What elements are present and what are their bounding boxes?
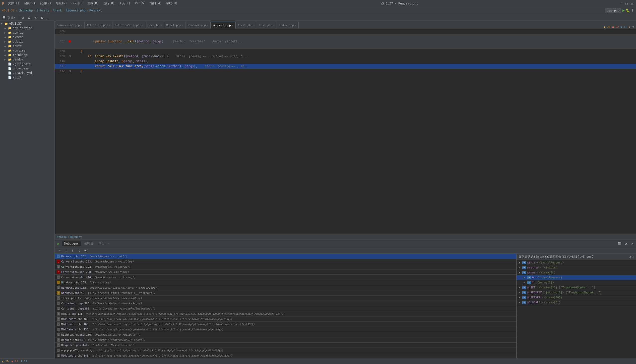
tree-route[interactable]: ▶ 📁 route [0, 44, 55, 48]
tab-attribute[interactable]: Attribute.php × [85, 22, 113, 28]
tab-relationship[interactable]: RelationShip.php × [113, 22, 146, 28]
var-globals[interactable]: ▶ ≡ $GLOBALS = {array[8]} [517, 300, 636, 305]
nav-file[interactable]: Request.php [66, 9, 85, 12]
nav-thinkphp[interactable]: thinkphp [19, 9, 33, 12]
tree-travis[interactable]: 📄 .travis.yml [0, 71, 55, 75]
tree-gitignore[interactable]: 📄 .gitignore [0, 62, 55, 66]
minimize-button[interactable]: — [619, 2, 623, 6]
tab-index[interactable]: Index.php × [277, 22, 298, 28]
output-tab-close[interactable]: × [107, 242, 109, 245]
tab-model-close[interactable]: × [182, 24, 184, 26]
stack-item-9[interactable]: □ Container.php:395, ReflectionMethod->i… [55, 301, 516, 306]
tree-thinkphp[interactable]: ▶ 📁 thinkphp [0, 53, 55, 57]
breadcrumb-request[interactable]: Request [70, 235, 82, 238]
menu-edit[interactable]: 编辑(E) [22, 1, 37, 6]
tab-conversion-close[interactable]: × [81, 24, 82, 26]
tab-pivot[interactable]: Pivot.php × [236, 22, 257, 28]
var-method[interactable]: ▶ ≡ $method = "visible" [517, 265, 636, 270]
sort-icon[interactable]: ⇅ [33, 15, 39, 21]
menu-window[interactable]: 窗口(W) [148, 1, 164, 6]
tree-atxt[interactable]: 📄 a.txt [0, 75, 55, 80]
var-server[interactable]: ▶ ≡ $_SERVER = {array[40]} [517, 295, 636, 300]
nav-version[interactable]: v5.1.37 [2, 9, 15, 12]
step-over-button[interactable]: ↷ [57, 248, 62, 253]
tab-windows-close[interactable]: × [207, 24, 208, 26]
stack-item-1[interactable]: □ Conversion.php:193, think\Request->vis… [55, 259, 516, 264]
stack-item-2[interactable]: □ Conversion.php:193, think\Model->toArr… [55, 264, 516, 270]
tab-attribute-close[interactable]: × [109, 24, 111, 26]
menu-tools[interactable]: 工具(T) [117, 1, 133, 6]
stack-item-16[interactable]: □ Module.php:136, think\route\dispatch\M… [55, 338, 516, 342]
bottom-tab-debugger[interactable]: Debugger [62, 241, 81, 246]
var-expand-icon[interactable]: ↕ [632, 255, 634, 259]
var-this[interactable]: ▼ ≡ $this = {think\Request} [517, 260, 636, 265]
more-actions-icon[interactable]: ⋮ [631, 9, 634, 12]
var-args-1[interactable]: ▶ ≡ 1 = {array[1]} [517, 280, 636, 285]
tab-windows[interactable]: Windows.php × [186, 22, 211, 28]
stack-item-0[interactable]: □ Request.php:331, think\Request->__call… [55, 254, 516, 259]
stack-item-4[interactable]: □ Conversion.php:244, think\Model->__toS… [55, 275, 516, 280]
close-button[interactable]: ✕ [630, 2, 634, 6]
align-icon[interactable]: ≡ [26, 15, 32, 21]
debug-icon[interactable]: 🐛 [626, 8, 630, 12]
tab-pivot-close[interactable]: × [253, 24, 255, 26]
menu-vcs[interactable]: VCS(S) [133, 1, 148, 6]
tab-poc-close[interactable]: × [160, 24, 162, 26]
tree-config[interactable]: ▶ 📁 config [0, 30, 55, 35]
stack-item-14[interactable]: □ Middleware.php:130, call_user_func:{D:… [55, 327, 516, 332]
evaluate-button[interactable]: ⊞ [83, 248, 88, 253]
var-args[interactable]: ▼ ≡ $args = {array[2]} [517, 270, 636, 275]
tab-model[interactable]: Model.php × [164, 22, 186, 28]
step-out-button[interactable]: ↑ [70, 248, 75, 253]
tab-relationship-close[interactable]: × [142, 24, 144, 26]
collapse-icon[interactable]: — [46, 15, 52, 21]
tab-test-close[interactable]: × [273, 24, 275, 26]
menu-code[interactable]: 代码(C) [70, 1, 85, 6]
menu-help[interactable]: 帮助(H) [164, 1, 180, 6]
menu-file[interactable]: 文件(F) [6, 1, 22, 6]
stack-item-7[interactable]: □ Windows.php:59, think\process\pipes\Wi… [55, 290, 516, 296]
bottom-tab-console[interactable]: 控制台 [82, 241, 96, 246]
debug-settings-icon[interactable]: ⚙ [623, 241, 628, 246]
settings-icon[interactable]: ⚙ [20, 15, 26, 21]
project-view-button[interactable]: ☰ [1, 15, 7, 21]
breadcrumb-think[interactable]: \think [57, 235, 67, 238]
stack-item-19[interactable]: □ Middleware.php:185, call_user_func_arr… [55, 353, 516, 358]
scroll-up-icon[interactable]: ▲ [629, 26, 630, 28]
stack-item-15[interactable]: □ Middleware.php:136, think\Middleware->… [55, 332, 516, 338]
debug-close-icon[interactable]: × [629, 241, 635, 246]
stack-item-3[interactable]: □ Conversion.php:228, think\Model->toJso… [55, 270, 516, 275]
debug-list-icon[interactable]: ☰ [616, 241, 622, 246]
run-to-cursor-button[interactable]: ⤵ [76, 248, 82, 253]
stack-item-17[interactable]: □ Dispatch.php:168, think\route\Dispatch… [55, 342, 516, 348]
nav-think[interactable]: think [53, 9, 62, 12]
scroll-down-icon[interactable]: ▼ [632, 26, 634, 28]
debug-run-button[interactable]: ▶ [56, 241, 61, 246]
tree-application[interactable]: ▶ 📁 application [0, 26, 55, 30]
tree-runtime[interactable]: ▶ 📁 runtime [0, 48, 55, 53]
code-editor[interactable]: 326 327 ⭢public function __call($method,… [55, 29, 636, 234]
menu-refactor[interactable]: 重构(R) [85, 1, 101, 6]
menu-view[interactable]: 视图(V) [38, 1, 53, 6]
nav-symbol[interactable]: Request [89, 9, 102, 12]
tree-vendor[interactable]: ▶ 📁 vendor [0, 57, 55, 62]
stack-item-8[interactable]: □ Index.php:15, app\index\controller\Ind… [55, 296, 516, 301]
tree-root[interactable]: ▼ 📁 v5.1.37 [0, 22, 55, 26]
stack-item-12[interactable]: □ Middleware.php:185, call_user_func_arr… [55, 316, 516, 322]
tree-htaccess[interactable]: 📄 .htaccess [0, 66, 55, 71]
tree-public[interactable]: ▶ 📁 public [0, 39, 55, 44]
tab-request[interactable]: Request.php × [211, 22, 236, 28]
filter-icon[interactable]: ⚙ [39, 15, 45, 21]
step-into-button[interactable]: ↓ [63, 248, 69, 253]
tab-index-close[interactable]: × [295, 24, 296, 26]
run-icon[interactable]: ▶ [622, 8, 625, 13]
menu-run[interactable]: 运行(U) [101, 1, 117, 6]
stack-item-18[interactable]: □ App.php:432, think\App->think{\closure… [55, 348, 516, 353]
var-settings-icon[interactable]: ⚙ [629, 255, 631, 259]
nav-library[interactable]: library [37, 9, 49, 12]
menu-nav[interactable]: 导航(N) [54, 1, 69, 6]
stack-item-6[interactable]: □ Windows.php:163, think\process\pipes\W… [55, 285, 516, 290]
tree-extend[interactable]: ▶ 📁 extend [0, 35, 55, 39]
tab-poc[interactable]: poc.php × [146, 22, 164, 28]
stack-item-10[interactable]: □ Container.php:395, think\Container->in… [55, 306, 516, 311]
